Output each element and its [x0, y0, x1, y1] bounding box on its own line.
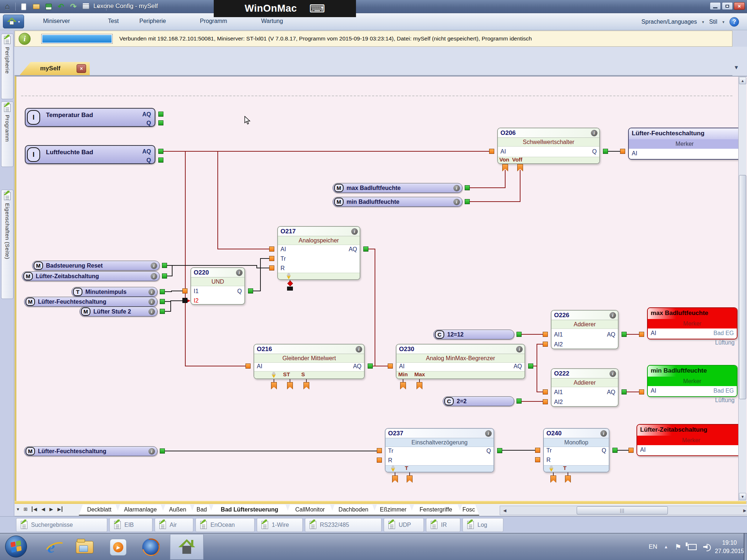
output-pin[interactable] [158, 120, 163, 125]
canvas-vertical-scrollbar[interactable]: ▲ ▼ [738, 77, 746, 501]
page-tab-alarmanlage[interactable]: Alarmanlage [116, 505, 165, 516]
input-pin[interactable] [377, 458, 382, 463]
tab-menu-icon[interactable]: ▾ [17, 506, 19, 512]
function-block-O217[interactable]: O217iAnalogspeicherAITrRAQ [277, 226, 360, 280]
input-pin[interactable] [639, 332, 644, 337]
input-pin[interactable] [639, 389, 644, 394]
menu-sprachen[interactable]: Sprachen/Languages [642, 19, 697, 25]
input-pin[interactable] [620, 149, 625, 154]
output-pin[interactable] [162, 273, 167, 279]
input-pin[interactable] [543, 342, 548, 347]
pill-luefter-stufe-2[interactable]: MLüfter Stufe 2i [80, 307, 158, 316]
previous-page-icon[interactable]: ◀ [41, 506, 45, 512]
vertical-scroll-thumb[interactable] [739, 175, 746, 399]
pill-luefter-zeitabschaltung-in[interactable]: MLüfter-Zeitabschaltungi [22, 271, 160, 281]
input-pin[interactable] [269, 256, 274, 261]
info-icon[interactable]: i [351, 228, 358, 235]
output-pin[interactable] [465, 185, 470, 190]
info-icon[interactable]: i [453, 199, 460, 205]
new-document-icon[interactable] [19, 2, 28, 11]
next-page-icon[interactable]: ▶ [49, 506, 53, 512]
info-icon[interactable]: i [148, 448, 155, 455]
input-pin[interactable] [489, 149, 494, 154]
info-icon[interactable]: i [148, 308, 155, 315]
menu-stil[interactable]: Stil [709, 19, 717, 25]
scroll-left-icon[interactable]: ◀ [501, 506, 509, 514]
merker-max-badluftfeuchte[interactable]: max BadluftfeuchteMerkerAIBad EG [647, 307, 738, 339]
output-pin[interactable] [368, 363, 373, 369]
keyboard-icon[interactable]: ⌨ [309, 3, 325, 14]
function-block-O240[interactable]: O240iMonoflopTrRQ [543, 428, 609, 472]
info-icon[interactable]: i [485, 430, 492, 437]
canvas-horizontal-scrollbar[interactable]: ◀ ||| ▶ [500, 506, 747, 515]
output-pin[interactable] [160, 289, 165, 294]
merker-luefter-zeitabschaltung[interactable]: Lüfter-ZeitabschaltungMerkerAI [636, 424, 738, 456]
input-pin[interactable] [182, 288, 187, 293]
input-pin[interactable] [543, 332, 548, 337]
horizontal-scroll-thumb[interactable]: ||| [577, 506, 668, 514]
page-tab-dachboden[interactable]: Dachboden [330, 505, 376, 516]
output-pin[interactable] [158, 158, 163, 163]
taskbar-internet-explorer[interactable]: e [41, 537, 61, 557]
panel-tab-rs232-485[interactable]: RS232/485 [305, 518, 382, 532]
taskbar-loxone-config-active[interactable] [170, 534, 204, 560]
restore-button[interactable] [722, 2, 733, 10]
menu-item-peripherie[interactable]: Peripherie [139, 18, 166, 24]
pill-luefter-feuchteschaltung-in[interactable]: MLüfter-Feuchteschaltungi [24, 297, 158, 307]
input-pin[interactable] [245, 363, 251, 369]
menu-item-programm[interactable]: Programm [200, 18, 227, 24]
last-page-icon[interactable]: ▶ [57, 506, 62, 512]
info-icon[interactable]: i [151, 262, 157, 269]
taskbar-media-player[interactable]: ▶ [108, 537, 128, 557]
action-center-flag-icon[interactable]: ⚑ [675, 543, 681, 551]
tray-expand-icon[interactable]: ▲ [664, 544, 668, 549]
output-pin[interactable] [516, 398, 522, 404]
info-icon[interactable]: i [148, 299, 155, 305]
function-block-O222[interactable]: O222iAddiererAI1AI2AQ [551, 368, 619, 407]
function-block-O216[interactable]: O216iGleitender MittelwertAIAQ [253, 344, 365, 379]
output-pin[interactable] [622, 389, 627, 394]
function-block-O237[interactable]: O237iEinschaltverzögerungTrRQ [385, 428, 494, 472]
output-pin[interactable] [612, 448, 618, 453]
close-button[interactable]: × [734, 2, 745, 10]
page-tab-bad-l-ftersteuerung[interactable]: Bad Lüftersteuerung [209, 505, 290, 516]
program-canvas[interactable]: ITemperatur BadAQQILuftfeuchte BadAQQMBa… [16, 77, 738, 501]
menu-item-test[interactable]: Test [108, 18, 119, 24]
output-pin[interactable] [160, 299, 165, 304]
info-icon[interactable]: i [609, 370, 616, 377]
pill-const-2[interactable]: C2=2 [443, 396, 514, 406]
panel-tab-udp[interactable]: UDP [384, 518, 424, 532]
page-tab-au-en[interactable]: Außen [161, 505, 194, 516]
pill-minutenimpuls[interactable]: TMinutenimpulsi [71, 287, 158, 297]
output-pin[interactable] [603, 149, 608, 154]
input-block-luftfeuchte-bad[interactable]: ILuftfeuchte BadAQQ [25, 145, 155, 164]
page-tab-e-zimmer[interactable]: Eßzimmer [373, 505, 414, 516]
output-pin[interactable] [158, 149, 163, 154]
panel-tab-eib[interactable]: EIB [109, 518, 152, 532]
open-folder-icon[interactable] [32, 2, 40, 11]
output-pin[interactable] [622, 332, 627, 337]
page-tab-fenstergriffe[interactable]: Fenstergriffe [410, 505, 462, 516]
print-icon[interactable] [81, 2, 90, 11]
info-icon[interactable]: i [236, 269, 243, 276]
clock[interactable]: 19:10 27.09.2015 [715, 538, 744, 555]
panel-tab-air[interactable]: Air [155, 518, 193, 532]
info-icon[interactable]: i [356, 346, 362, 353]
info-icon[interactable]: i [591, 130, 597, 136]
redo-icon[interactable]: ↷ [69, 2, 78, 11]
scroll-up-icon[interactable]: ▲ [739, 77, 746, 84]
output-pin[interactable] [497, 448, 502, 453]
taskbar-file-explorer[interactable] [74, 537, 95, 557]
language-indicator[interactable]: EN [649, 543, 657, 551]
app-home-icon[interactable]: ⌂ [3, 2, 12, 11]
start-button[interactable] [5, 536, 27, 557]
input-pin[interactable] [269, 265, 274, 271]
page-tab-deckblatt[interactable]: Deckblatt [79, 505, 120, 516]
pill-min-badluftfeuchte-in[interactable]: Mmin Badluftfeuchtei [333, 197, 462, 207]
function-block-O220[interactable]: O220iUNDI1I2Q [190, 267, 245, 305]
panel-tab-log[interactable]: Log [462, 518, 503, 532]
save-icon[interactable] [44, 2, 53, 11]
inverted-input-pin[interactable] [182, 298, 187, 303]
network-icon[interactable] [688, 544, 697, 550]
input-pin[interactable] [377, 448, 382, 453]
